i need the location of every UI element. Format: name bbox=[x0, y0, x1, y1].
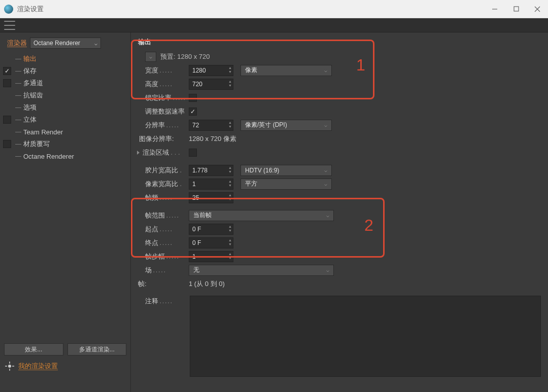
spinner-icon[interactable]: ▲▼ bbox=[228, 193, 232, 201]
output-heading: 输出 bbox=[138, 38, 541, 47]
height-input[interactable]: 720 ▲▼ bbox=[189, 79, 233, 90]
width-input[interactable]: 1280 ▲▼ bbox=[189, 65, 233, 76]
spinner-icon[interactable]: ▲▼ bbox=[228, 166, 232, 174]
note-label: 注释 bbox=[138, 296, 189, 306]
sidebar: 渲染器 Octane Renderer ⌵ 输出 ✓ 保存 多通道 抗锯齿 bbox=[0, 32, 131, 392]
frame-range-label: 帧范围 bbox=[138, 211, 189, 220]
adjust-rate-checkbox[interactable]: ✓ bbox=[189, 108, 197, 116]
svg-rect-1 bbox=[514, 7, 519, 11]
content-panel: 输出 ⌵ 预置: 1280 x 720 宽度 1280 ▲▼ 像素⌵ 高度 72… bbox=[131, 32, 548, 392]
resolution-label: 分辨率 bbox=[138, 121, 189, 130]
checkbox-icon[interactable] bbox=[3, 140, 11, 148]
menu-icon[interactable] bbox=[4, 21, 15, 30]
width-unit-select[interactable]: 像素⌵ bbox=[241, 65, 332, 76]
spinner-icon[interactable]: ▲▼ bbox=[228, 252, 232, 260]
step-input[interactable]: 1 ▲▼ bbox=[189, 251, 233, 262]
multipass-render-button[interactable]: 多通道渲染... bbox=[67, 343, 127, 355]
chevron-down-icon: ⌵ bbox=[94, 41, 97, 46]
arrow-right-icon[interactable] bbox=[137, 151, 140, 155]
target-icon bbox=[5, 362, 14, 371]
minimize-button[interactable] bbox=[484, 0, 505, 18]
chevron-down-icon: ⌵ bbox=[324, 181, 327, 187]
preset-label: 预置: 1280 x 720 bbox=[160, 52, 210, 61]
main-area: 渲染器 Octane Renderer ⌵ 输出 ✓ 保存 多通道 抗锯齿 bbox=[0, 32, 548, 392]
chevron-down-icon: ⌵ bbox=[326, 267, 329, 273]
spinner-icon[interactable]: ▲▼ bbox=[228, 225, 232, 233]
chevron-down-icon: ⌵ bbox=[324, 67, 327, 73]
field-label: 场 bbox=[138, 266, 189, 275]
spinner-icon[interactable]: ▲▼ bbox=[228, 80, 232, 88]
renderer-label: 渲染器 bbox=[7, 39, 27, 48]
adjust-rate-label: 调整数据速率 bbox=[138, 107, 189, 116]
preset-dropdown-button[interactable]: ⌵ bbox=[145, 52, 156, 62]
sidebar-item-aa[interactable]: 抗锯齿 bbox=[0, 89, 130, 101]
chevron-down-icon: ⌵ bbox=[324, 167, 327, 173]
spinner-icon[interactable]: ▲▼ bbox=[228, 180, 232, 188]
sidebar-item-options[interactable]: 选项 bbox=[0, 101, 130, 114]
checkbox-icon[interactable] bbox=[3, 116, 11, 124]
image-res-value: 1280 x 720 像素 bbox=[189, 134, 236, 144]
app-icon bbox=[4, 5, 13, 14]
region-checkbox[interactable] bbox=[189, 149, 197, 157]
start-input[interactable]: 0 F ▲▼ bbox=[189, 224, 233, 235]
checkbox-icon[interactable]: ✓ bbox=[3, 67, 11, 75]
menubar bbox=[0, 18, 548, 32]
lock-ratio-checkbox[interactable] bbox=[189, 94, 197, 102]
step-label: 帧步幅 bbox=[138, 252, 189, 261]
spinner-icon[interactable]: ▲▼ bbox=[228, 238, 232, 246]
preset-row: ⌵ 预置: 1280 x 720 bbox=[138, 50, 541, 63]
my-render-settings[interactable]: 我的渲染设置 bbox=[0, 359, 130, 374]
window-title: 渲染设置 bbox=[17, 5, 44, 14]
end-input[interactable]: 0 F ▲▼ bbox=[189, 237, 233, 248]
sidebar-item-octane[interactable]: Octane Renderer bbox=[0, 150, 130, 162]
frames-label: 帧: bbox=[138, 279, 189, 289]
close-button[interactable] bbox=[527, 0, 548, 18]
fps-input[interactable]: 25 ▲▼ bbox=[189, 192, 233, 203]
checkbox-icon[interactable] bbox=[3, 79, 11, 87]
film-aspect-input[interactable]: 1.778 ▲▼ bbox=[189, 165, 233, 176]
field-select[interactable]: 无⌵ bbox=[189, 265, 334, 276]
sidebar-item-save[interactable]: ✓ 保存 bbox=[0, 65, 130, 77]
lock-ratio-label: 锁定比率 bbox=[138, 93, 189, 102]
titlebar: 渲染设置 bbox=[0, 0, 548, 18]
pixel-aspect-select[interactable]: 平方⌵ bbox=[241, 179, 332, 190]
frames-value: 1 (从 0 到 0) bbox=[189, 279, 225, 289]
pixel-aspect-input[interactable]: 1 ▲▼ bbox=[189, 179, 233, 190]
effects-button[interactable]: 效果... bbox=[4, 343, 63, 355]
note-textarea[interactable] bbox=[190, 296, 541, 377]
spinner-icon[interactable]: ▲▼ bbox=[228, 121, 232, 129]
sidebar-item-team-render[interactable]: Team Render bbox=[0, 126, 130, 138]
fps-label: 帧频 bbox=[138, 193, 189, 202]
width-label: 宽度 bbox=[138, 66, 189, 75]
resolution-input[interactable]: 72 ▲▼ bbox=[189, 120, 233, 131]
image-res-label: 图像分辨率: bbox=[138, 134, 189, 144]
renderer-dropdown[interactable]: Octane Renderer ⌵ bbox=[30, 38, 101, 49]
sidebar-list: 输出 ✓ 保存 多通道 抗锯齿 选项 立体 bbox=[0, 53, 130, 162]
maximize-button[interactable] bbox=[505, 0, 527, 18]
film-aspect-select[interactable]: HDTV (16:9)⌵ bbox=[241, 165, 332, 176]
region-label: 渲染区域 . . . bbox=[138, 148, 189, 157]
frame-range-select[interactable]: 当前帧⌵ bbox=[189, 210, 334, 221]
chevron-down-icon: ⌵ bbox=[326, 212, 329, 218]
height-label: 高度 bbox=[138, 80, 189, 89]
film-aspect-label: 胶片宽高比 . bbox=[138, 166, 189, 175]
spinner-icon[interactable]: ▲▼ bbox=[228, 66, 232, 74]
sidebar-item-mat-override[interactable]: 材质覆写 bbox=[0, 138, 130, 150]
sidebar-item-multipass[interactable]: 多通道 bbox=[0, 77, 130, 89]
resolution-unit-select[interactable]: 像素/英寸 (DPI)⌵ bbox=[241, 120, 332, 131]
sidebar-item-output[interactable]: 输出 bbox=[0, 53, 130, 65]
start-label: 起点 bbox=[138, 225, 189, 234]
end-label: 终点 bbox=[138, 238, 189, 247]
sidebar-item-stereo[interactable]: 立体 bbox=[0, 114, 130, 126]
chevron-down-icon: ⌵ bbox=[324, 122, 327, 128]
pixel-aspect-label: 像素宽高比 . bbox=[138, 180, 189, 189]
svg-point-4 bbox=[8, 365, 11, 368]
